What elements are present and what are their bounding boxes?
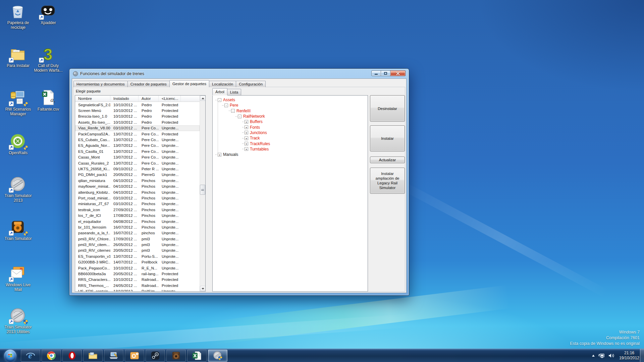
tree-node-buffers[interactable]: +Buffers <box>213 119 368 124</box>
tab-árbol[interactable]: Árbol <box>212 88 227 95</box>
package-row[interactable]: qilian_miniatura04/10/2012 ...PinchosUnp… <box>75 178 200 183</box>
tree-expand-toggle[interactable]: - <box>238 115 241 118</box>
package-row[interactable]: Casas_Mont13/07/2012 ...Pere Co...Unprot… <box>75 155 200 160</box>
tab-localización[interactable]: Localización <box>209 81 236 87</box>
column-header-autor[interactable]: Autor <box>139 96 159 102</box>
package-row[interactable]: testtrak_icon27/09/2012 ...PinchosUnprot… <box>75 207 200 213</box>
tree-expand-toggle[interactable]: - <box>224 104 228 107</box>
desktop-icon-xpadder[interactable]: Xpadder <box>32 3 65 25</box>
package-row[interactable]: Pack_PegasoCo...10/10/2012 ...R_E_N...Un… <box>75 265 200 271</box>
package-row[interactable]: Screen Menù10/10/2012 ...PedroProtected <box>75 108 200 113</box>
taskbar-button-internet-explorer[interactable]: e <box>21 350 40 362</box>
tree-node-pere[interactable]: -Pere <box>213 103 368 108</box>
install-button[interactable]: Instalar <box>370 125 405 152</box>
tree-node-junctions[interactable]: +Junctions <box>213 130 368 135</box>
tree-node-turntables[interactable]: +Turntables <box>213 146 368 152</box>
package-row[interactable]: Brescia-Iseo_1.010/10/2012 ...PedroProte… <box>75 114 200 119</box>
close-button[interactable] <box>390 70 406 76</box>
tree-expand-toggle[interactable]: + <box>245 125 248 129</box>
tree-expand-toggle[interactable]: + <box>245 147 248 151</box>
desktop-icon-windows-live-mail[interactable]: Windows LiveMail <box>1 265 35 292</box>
package-row[interactable]: UKTS_26958_Ki...09/10/2012 ...Peter R ..… <box>75 166 200 172</box>
tray-clock[interactable]: 21:16 19/10/2012 <box>619 351 639 361</box>
desktop-icon-train-simulator-2013[interactable]: Train Simulator2013 <box>1 176 35 203</box>
tree-node-trackrules[interactable]: +TrackRules <box>213 141 368 146</box>
package-row[interactable]: miniaturas_JT_6703/10/2012 ...PinchosUnp… <box>75 201 200 207</box>
desktop-icon-para-instalar[interactable]: Para Instalar <box>1 46 35 68</box>
package-row[interactable]: pml3_RIV_citem...26/05/2012 ...pml3Unpro… <box>75 242 200 247</box>
tab-lista[interactable]: Lista <box>227 89 241 95</box>
desktop-icon-papelera-de-reciclaje[interactable]: Papelera dereciclaje <box>1 3 35 30</box>
package-row[interactable]: altenburg_Klobitz...04/10/2012 ...Pincho… <box>75 189 200 195</box>
desktop-icon-call-of-duty-modern-warfa[interactable]: 3Call of DutyModern Warfa... <box>32 46 65 73</box>
desktop-icon-rw-scenarios-manager[interactable]: RW ScenariosManager <box>1 89 35 116</box>
maximize-button[interactable] <box>381 70 390 76</box>
taskbar-button-opera[interactable] <box>62 350 82 362</box>
scrollbar-thumb[interactable] <box>200 185 205 195</box>
column-header-licencia[interactable]: <Licenc... <box>159 96 181 102</box>
package-row[interactable]: Assets_Bs-Iseo_...10/10/2012 ...PedroPro… <box>75 119 200 125</box>
taskbar-button-steam[interactable] <box>146 350 165 362</box>
tab-creador-de-paquetes[interactable]: Creador de paquetes <box>127 81 170 87</box>
package-row[interactable]: paseando_a_la_f...16/07/2012 ...pinchosU… <box>75 230 200 236</box>
taskbar-button-google-chrome[interactable] <box>42 350 61 362</box>
package-list-scrollbar[interactable] <box>200 96 205 291</box>
tree-node-assets[interactable]: -Assets <box>213 97 368 103</box>
package-row[interactable]: pml3_RIV_Chlore...17/09/2012 ...pml3Unpr… <box>75 236 200 242</box>
taskbar-button-outlook[interactable]: O <box>125 350 144 362</box>
taskbar-button-excel[interactable] <box>187 350 207 362</box>
tree-node-fonts[interactable]: +Fonts <box>213 124 368 130</box>
desktop-icon-faltante-csv[interactable]: a,Faltante.csv <box>32 89 65 112</box>
scroll-down-button[interactable] <box>200 286 206 291</box>
package-row[interactable]: ES_Transportin_v113/07/2012 ...Portu-S..… <box>75 253 200 259</box>
package-row[interactable]: los_7_de_ICI17/08/2012 ...PinchosUnprote… <box>75 213 200 218</box>
package-row[interactable]: Casas_Rurales_213/07/2012 ...Pere Co...U… <box>75 160 200 166</box>
taskbar-button-laptop-pen-tool[interactable] <box>104 350 123 362</box>
tree-expand-toggle[interactable]: + <box>245 136 248 140</box>
desktop-icon-openrails[interactable]: OpenRails <box>1 133 35 155</box>
start-button[interactable] <box>3 349 17 362</box>
package-row[interactable]: PG_DMH_pack120/05/2012 ...PierreGUnprote… <box>75 172 200 178</box>
package-row[interactable]: ES_Aguada_Nor...13/07/2012 ...Pere Co...… <box>75 143 200 148</box>
network-icon[interactable] <box>598 353 605 358</box>
package-row[interactable]: Port_road_miniat...03/10/2012 ...Pinchos… <box>75 195 200 201</box>
package-row[interactable]: RRS_Characters...10/10/2012 ...Railroad.… <box>75 277 200 283</box>
desktop-icon-train-simulator-2013-utilities[interactable]: Train Simulator2013 Utilities <box>1 307 35 334</box>
volume-icon[interactable] <box>608 353 614 358</box>
taskbar-button-railworks[interactable] <box>166 350 186 362</box>
tree-expand-toggle[interactable]: - <box>218 98 221 102</box>
uninstall-button[interactable]: Desinstalar <box>370 95 405 122</box>
tree-expand-toggle[interactable]: + <box>245 142 248 145</box>
package-row[interactable]: ES_Cubato_Cas...13/07/2012 ...Pere Co...… <box>75 137 200 142</box>
tree-expand-toggle[interactable]: + <box>218 153 221 157</box>
package-row[interactable]: pml3_RIV_citernes20/05/2012 ...pml3Unpro… <box>75 248 200 253</box>
package-row[interactable]: RRS_Thermos_...24/05/2012 ...Railroad...… <box>75 283 200 288</box>
tree-node-railnetwork[interactable]: -RailNetwork <box>213 114 368 119</box>
package-row[interactable]: br_101_ferrosim16/07/2012 ...PinchosUnpr… <box>75 224 200 230</box>
tab-gestor-de-paquetes[interactable]: Gestor de paquetes <box>169 80 209 87</box>
desktop-icon-train-simulator[interactable]: Train Simulator <box>1 219 35 241</box>
show-desktop-button[interactable] <box>640 349 644 362</box>
minimize-button[interactable] <box>371 70 381 76</box>
package-row[interactable]: SegnaleticaFS_2.010/10/2012 ...PedroProt… <box>75 102 200 108</box>
taskbar-button-windows-explorer[interactable] <box>83 350 103 362</box>
package-row[interactable]: mayflower_miniat...04/10/2012 ...Pinchos… <box>75 183 200 189</box>
package-row[interactable]: PackCampsa52A...13/07/2012 ...Pere Co...… <box>75 131 200 137</box>
package-row[interactable]: Vias_Renfe_V8.0003/10/2012 ...Pere Co...… <box>75 125 200 131</box>
tree-node-track[interactable]: +Track <box>213 135 368 141</box>
scroll-up-button[interactable] <box>200 96 206 101</box>
hidden-icons-button[interactable] <box>592 355 595 357</box>
package-row[interactable]: US_KRS_contain...13/10/2012RailSim...Unp… <box>75 289 200 292</box>
install-expansion-button[interactable]: Instalar ampliación de Legacy Rail Simul… <box>370 168 405 194</box>
package-row[interactable]: BB66000beta3a20/05/2012 ...rail-lang...P… <box>75 271 200 277</box>
tree-node-renfeiii[interactable]: -RenfeIII <box>213 108 368 114</box>
tree-expand-toggle[interactable]: + <box>245 131 248 134</box>
package-row[interactable]: el_esquilador04/08/2012 ...PinchosUnprot… <box>75 219 200 224</box>
package-row[interactable]: G2000BB-3 MRC...14/07/2012 ...PrellbockU… <box>75 259 200 265</box>
tree-node-manuals[interactable]: +Manuals <box>213 152 368 157</box>
tree-expand-toggle[interactable]: - <box>231 109 235 113</box>
tab-herramientas-y-documentos[interactable]: Herramientas y documentos <box>73 81 128 87</box>
column-header-instalado[interactable]: Instalado <box>110 96 139 102</box>
window-titlebar[interactable]: Funciones del simulador de trenes <box>69 69 409 78</box>
package-row[interactable]: ES_Casilla_0113/07/2012 ...Pere Co...Unp… <box>75 148 200 154</box>
